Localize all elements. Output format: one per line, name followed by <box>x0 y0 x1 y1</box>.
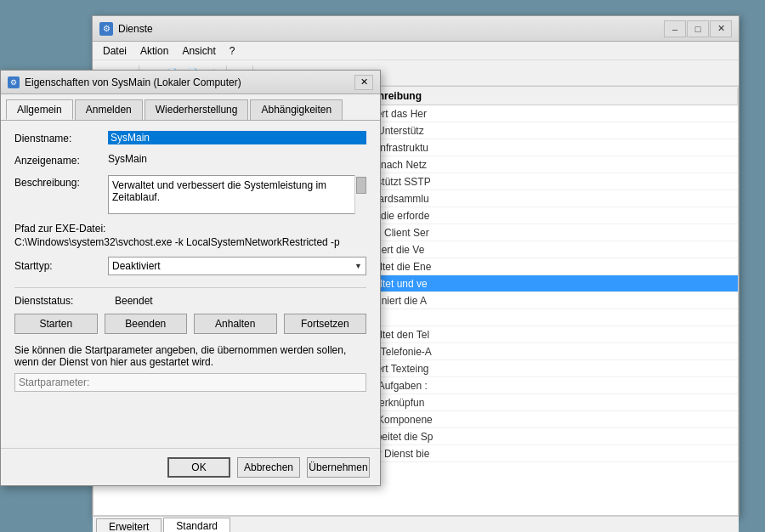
dialog-content: Dienstname: SysMain Anzeigename: SysMain… <box>1 121 380 402</box>
service-desc: Unterstützt SSTP <box>348 176 738 188</box>
tab-standard[interactable]: Standard <box>163 518 230 532</box>
dienstname-value[interactable]: SysMain <box>108 131 366 144</box>
service-desc: Aktiviert Texteing <box>348 363 738 375</box>
dienstname-label: Dienstname: <box>14 131 108 144</box>
menu-datei[interactable]: Datei <box>96 43 133 59</box>
service-desc: Shell Komponene <box>348 414 738 426</box>
minimize-button[interactable]: – <box>664 20 686 37</box>
menu-bar: Datei Aktion Ansicht ? <box>93 42 739 60</box>
divider-line <box>14 287 366 288</box>
dialog-footer: OK Abbrechen Übernehmen <box>1 448 380 485</box>
ok-button[interactable]: OK <box>167 457 230 478</box>
beschreibung-scrollbar[interactable] <box>354 175 366 214</box>
menu-ansicht[interactable]: Ansicht <box>175 43 222 59</box>
apply-button[interactable]: Übernehmen <box>307 457 370 478</box>
tab-allgemein[interactable]: Allgemein <box>6 99 73 120</box>
service-desc: Führt Aufgaben : <box>348 380 738 392</box>
props-title-bar: ⚙ Eigenschaften von SysMain (Lokaler Com… <box>1 71 380 94</box>
chevron-down-icon: ▼ <box>354 262 362 270</box>
startparam-note: Sie können die Startparameter angeben, d… <box>14 344 366 368</box>
startparam-input[interactable] <box>14 373 366 392</box>
starttyp-value: Deaktiviert <box>112 260 161 272</box>
anzeigename-label: Anzeigename: <box>14 153 108 167</box>
props-window-icon: ⚙ <box>8 76 20 88</box>
service-desc: Stellt Unterstütz <box>348 125 738 137</box>
service-desc: Bietet die erforde <box>348 210 738 222</box>
service-desc: Standardsammlu <box>348 193 738 205</box>
dienststatus-value: Beendet <box>115 295 153 307</box>
continue-button[interactable]: Fortsetzen <box>284 314 367 334</box>
start-button[interactable]: Starten <box>14 314 98 334</box>
tab-erweitert[interactable]: Erweitert <box>96 518 162 532</box>
scrollbar-thumb <box>356 177 366 194</box>
tab-wiederherstellung[interactable]: Wiederherstellung <box>144 99 249 120</box>
anzeigename-row: Anzeigename: SysMain <box>14 153 366 167</box>
beschreibung-value[interactable]: Verwaltet und verbessert die Systemleist… <box>108 175 366 214</box>
service-desc: Koordiniert die A <box>348 295 738 307</box>
service-desc: Hält Verknüpfun <box>348 397 738 409</box>
pfad-area: Pfad zur EXE-Datei: C:\Windows\system32\… <box>14 223 366 248</box>
beschreibung-wrapper: Verwaltet und verbessert die Systemleist… <box>108 175 366 214</box>
starttyp-row: Starttyp: Deaktiviert ▼ <box>14 257 366 275</box>
action-buttons: Starten Beenden Anhalten Fortsetzen <box>14 314 366 334</box>
pfad-label: Pfad zur EXE-Datei: <box>14 223 366 235</box>
title-bar-buttons: – □ ✕ <box>664 20 732 37</box>
props-close-button[interactable]: ✕ <box>354 75 373 90</box>
maximize-button[interactable]: □ <box>687 20 709 37</box>
dienste-title-bar: ⚙ Dienste – □ ✕ <box>93 16 739 42</box>
service-desc: Sucht nach Netz <box>348 159 738 171</box>
service-desc: Steam Client Ser <box>348 227 738 239</box>
props-title-text: Eigenschaften von SysMain (Lokaler Compu… <box>25 76 354 88</box>
close-button[interactable]: ✕ <box>710 20 732 37</box>
dienstname-row: Dienstname: SysMain <box>14 131 366 144</box>
tab-anmelden[interactable]: Anmelden <box>75 99 143 120</box>
stop-button[interactable]: Beenden <box>105 314 188 334</box>
dienste-window-icon: ⚙ <box>99 22 113 36</box>
pfad-value: C:\Windows\system32\svchost.exe -k Local… <box>14 236 366 248</box>
service-desc: Aktiviert das Her <box>348 108 738 120</box>
service-desc: Optimiert die Ve <box>348 244 738 256</box>
service-desc: Bietet Telefonie-A <box>348 346 738 358</box>
dialog-tabs: Allgemein Anmelden Wiederherstellung Abh… <box>1 94 380 121</box>
dienste-title-text: Dienste <box>118 23 664 35</box>
pause-button[interactable]: Anhalten <box>194 314 277 334</box>
beschreibung-label: Beschreibung: <box>14 175 108 189</box>
service-desc: Verwaltet und ve <box>348 278 738 290</box>
anzeigename-value: SysMain <box>108 153 366 165</box>
service-desc: Verwaltet den Tel <box>348 329 738 341</box>
service-desc: Stellt Infrastruktu <box>348 142 738 154</box>
dienststatus-row: Dienststatus: Beendet <box>14 295 366 307</box>
service-desc: Dieser Dienst bie <box>348 448 738 460</box>
menu-aktion[interactable]: Aktion <box>133 43 175 59</box>
menu-help[interactable]: ? <box>223 43 242 59</box>
service-desc: Verwaltet die Ene <box>348 261 738 273</box>
dienststatus-label: Dienststatus: <box>14 295 108 307</box>
beschreibung-row: Beschreibung: Verwaltet und verbessert d… <box>14 175 366 214</box>
desc-column-header[interactable]: Beschreibung <box>348 88 738 104</box>
properties-dialog: ⚙ Eigenschaften von SysMain (Lokaler Com… <box>0 70 381 486</box>
tab-abhaengigkeiten[interactable]: Abhängigkeiten <box>250 99 343 120</box>
starttyp-label: Starttyp: <box>14 260 108 272</box>
dienststatus-section: Dienststatus: Beendet <box>14 295 366 307</box>
bottom-tabs: Erweitert Standard <box>93 516 739 532</box>
cancel-button[interactable]: Abbrechen <box>237 457 300 478</box>
starttyp-select[interactable]: Deaktiviert ▼ <box>108 257 366 275</box>
service-desc: Verarbeitet die Sp <box>348 431 738 443</box>
